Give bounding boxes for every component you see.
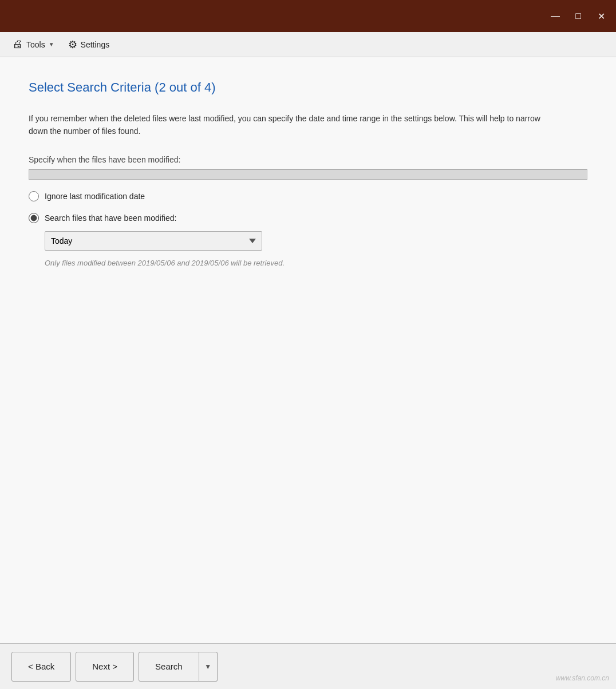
- title-bar: — □ ✕: [0, 0, 616, 32]
- menu-bar: 🖨 Tools ▼ ⚙ Settings: [0, 32, 616, 57]
- tools-chevron-icon: ▼: [49, 41, 54, 47]
- radio-group: Ignore last modification date Search fil…: [29, 191, 587, 267]
- search-button[interactable]: Search: [139, 652, 199, 682]
- radio-search-modified-label: Search files that have been modified:: [45, 213, 176, 223]
- dropdown-wrapper: Today Yesterday Within the last week Wit…: [45, 231, 262, 251]
- footer: < Back Next > Search ▼: [0, 643, 616, 689]
- radio-ignore-date-input[interactable]: [29, 191, 39, 201]
- next-button[interactable]: Next >: [76, 652, 134, 682]
- watermark: www.sfan.com.cn: [556, 674, 609, 682]
- progress-bar: [29, 169, 587, 180]
- radio-search-modified-input[interactable]: [29, 213, 39, 223]
- page-title: Select Search Criteria (2 out of 4): [29, 80, 587, 95]
- settings-icon: ⚙: [68, 38, 77, 51]
- tools-menu[interactable]: 🖨 Tools ▼: [7, 36, 60, 53]
- minimize-button[interactable]: —: [545, 6, 566, 26]
- tools-icon: 🖨: [13, 38, 23, 50]
- dropdown-container: Today Yesterday Within the last week Wit…: [45, 231, 587, 267]
- description-text: If you remember when the deleted files w…: [29, 112, 544, 138]
- search-btn-group: Search ▼: [139, 652, 218, 682]
- close-button[interactable]: ✕: [591, 6, 611, 26]
- main-content: Select Search Criteria (2 out of 4) If y…: [0, 57, 616, 643]
- settings-label: Settings: [81, 40, 110, 49]
- tools-label: Tools: [26, 40, 45, 49]
- window-controls: — □ ✕: [545, 6, 611, 26]
- search-dropdown-arrow[interactable]: ▼: [199, 652, 218, 682]
- back-button[interactable]: < Back: [11, 652, 71, 682]
- date-range-dropdown[interactable]: Today Yesterday Within the last week Wit…: [45, 231, 262, 251]
- section-label: Specify when the files have been modifie…: [29, 155, 587, 164]
- radio-search-modified[interactable]: Search files that have been modified:: [29, 213, 587, 223]
- radio-ignore-date[interactable]: Ignore last modification date: [29, 191, 587, 201]
- date-hint: Only files modified between 2019/05/06 a…: [45, 259, 587, 267]
- radio-ignore-date-label: Ignore last modification date: [45, 192, 145, 201]
- radio-search-modified-container: Search files that have been modified: To…: [29, 213, 587, 267]
- settings-menu[interactable]: ⚙ Settings: [62, 36, 116, 53]
- maximize-button[interactable]: □: [568, 6, 589, 26]
